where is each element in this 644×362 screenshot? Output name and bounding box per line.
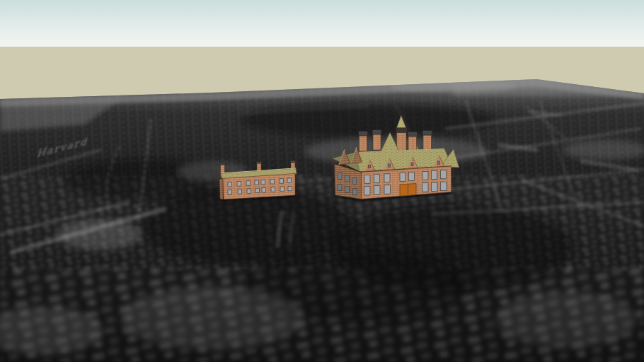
- cupola-balustrade: [396, 128, 407, 133]
- window: [389, 164, 391, 167]
- window: [338, 173, 342, 180]
- window: [432, 182, 438, 192]
- window: [441, 182, 447, 191]
- map-texture-detail: [563, 140, 644, 160]
- chimney-cap: [422, 131, 432, 136]
- chimney-body: [408, 136, 417, 151]
- cupola-finial: [401, 110, 402, 112]
- window: [255, 188, 260, 193]
- window: [441, 170, 447, 179]
- map-texture-detail: [0, 212, 644, 362]
- chimney-cap: [408, 132, 417, 137]
- window: [247, 189, 251, 194]
- window: [384, 174, 390, 182]
- chimney-cap: [359, 132, 368, 136]
- map-texture-detail: [241, 103, 495, 138]
- window: [345, 175, 350, 182]
- chimney-cap: [290, 160, 296, 163]
- chimney-cap: [256, 162, 262, 164]
- window: [345, 187, 350, 193]
- window: [270, 180, 275, 185]
- window: [262, 188, 266, 193]
- window: [280, 187, 284, 192]
- window: [352, 177, 357, 184]
- window: [353, 189, 357, 195]
- window: [400, 173, 406, 181]
- ground-map-plane: Harvard: [0, 78, 644, 362]
- window: [369, 165, 371, 168]
- window: [255, 180, 259, 185]
- chimney-body: [423, 135, 432, 150]
- chimney-cap: [372, 130, 381, 135]
- small-end-wall: [219, 179, 223, 200]
- window: [422, 171, 428, 180]
- window: [438, 161, 440, 164]
- window: [432, 171, 437, 180]
- window: [237, 182, 241, 187]
- window: [228, 182, 232, 187]
- window: [364, 175, 370, 184]
- window: [261, 180, 265, 185]
- cupola-tower: [397, 132, 407, 151]
- app-window: Harvard: [0, 0, 644, 362]
- window: [238, 189, 242, 194]
- window: [411, 163, 413, 165]
- window: [246, 181, 251, 185]
- window: [271, 187, 275, 192]
- window: [422, 183, 429, 192]
- chimney-body: [373, 134, 381, 150]
- window: [287, 178, 292, 183]
- chimney-body: [360, 136, 367, 151]
- window: [228, 190, 232, 195]
- window: [374, 175, 380, 183]
- map-texture-detail: Harvard: [0, 78, 644, 362]
- window: [288, 186, 292, 191]
- window: [280, 179, 284, 184]
- window: [384, 185, 391, 194]
- window: [364, 187, 371, 196]
- sky: [0, 0, 644, 47]
- chimney-cap: [220, 163, 226, 165]
- viewport-3d[interactable]: Harvard: [0, 0, 644, 362]
- window: [374, 186, 381, 195]
- window: [409, 173, 415, 181]
- window: [338, 185, 342, 191]
